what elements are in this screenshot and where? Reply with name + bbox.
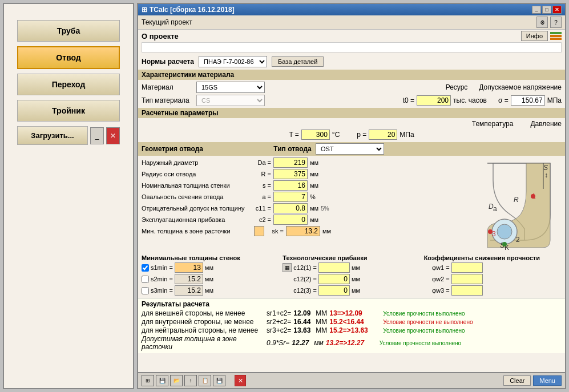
sigma-input[interactable] [511,95,545,106]
geom-val-2[interactable] [273,180,308,191]
result-desc-1: для внутренней стороны, не менее [142,318,264,326]
p-label: p = [357,131,366,139]
fw1-input[interactable] [451,262,483,273]
s1min-input[interactable] [175,262,203,273]
geom-unit-0: мм [310,159,318,166]
minimize-win-btn[interactable]: _ [532,6,541,14]
geom-label-2: Номинальная толщина стенки [142,182,253,189]
press-label: Давление [530,120,562,128]
fw2-input[interactable] [451,274,483,284]
result-unit-3: мм [314,339,323,347]
nav-troynik[interactable]: Тройник [17,100,120,122]
geom-var-3: a = [253,193,271,200]
info-button[interactable]: Инфо [521,31,548,41]
toolbar-icon-2[interactable]: 💾 [156,375,168,386]
svg-text:a: a [493,205,497,213]
geom-note-4: 5% [321,205,329,212]
s1min-check[interactable] [142,264,149,272]
geom-var-2: s = [253,182,271,189]
db-button[interactable]: База деталей [272,56,324,67]
result-cond-2: 15.2=>13.63 [329,326,381,334]
result-desc-0: для внешней стороны, не менее [142,309,264,317]
c12-2-var: c12(2) = [293,276,317,282]
s3min-unit: мм [205,287,213,294]
geom-label-3: Овальность сечения отвода [142,193,253,200]
geom-val-1[interactable] [273,169,308,179]
result-calc-3: 12.27 [292,339,312,347]
fw3-var: φw3 = [424,287,450,294]
result-calc-2: 13.63 [293,326,313,334]
toolbar-icon-4[interactable]: ↑ [184,375,197,386]
geom-val-6[interactable] [286,226,320,236]
lines-icon[interactable] [550,32,562,40]
geom-label-0: Наружный диаметр [142,159,253,166]
geom-var-6: sk = [265,228,284,235]
yellow-box-icon[interactable] [254,226,264,236]
result-calc-1: 16.44 [293,318,313,326]
close-win-btn[interactable]: ✕ [552,6,562,14]
geom-val-5[interactable] [273,215,308,225]
toolbar: Текущий проект ⚙ ? [138,15,565,30]
close-left-button[interactable]: ✕ [106,127,120,144]
type-select-geom[interactable]: OST [316,143,384,155]
geom-val-4[interactable] [273,203,308,213]
geom-val-0[interactable] [273,157,308,168]
gear-icon[interactable]: ⚙ [536,17,548,28]
geom-val-3[interactable] [273,192,308,202]
result-calc-0: 12.09 [293,309,313,317]
stop-icon[interactable]: ✕ [235,375,246,386]
main-window: ⊞ TCalc [сборка 16.12.2018] _ □ ✕ Текущи… [137,3,566,389]
s2min-unit: мм [205,276,213,282]
minimize-button[interactable]: _ [90,127,104,144]
min-thick-title: Минимальные толщины стенок [142,254,279,261]
nav-perekhod[interactable]: Переход [17,74,120,95]
nav-otvod[interactable]: Отвод [17,46,120,69]
normy-label: Нормы расчета [142,58,194,66]
bend-diagram: S R 1 2 3 D a S K ↕ [459,157,559,252]
s2min-check[interactable] [142,276,149,283]
normy-select[interactable]: ПНАЭ Г-7-002-86 [199,56,267,67]
result-cond-0: 13=>12.09 [329,309,381,317]
result-desc-2: для нейтральной стороны, не менее [142,326,264,334]
fw3-input[interactable] [451,285,483,296]
toolbar-icon-1[interactable]: ⊞ [142,375,154,386]
p-input[interactable] [369,130,397,140]
s3min-check[interactable] [142,287,149,294]
result-status-2: Условие прочности выполнено [383,328,465,334]
result-formula-0: sr1+c2= [267,309,291,317]
nav-truba[interactable]: Труба [17,20,120,42]
load-button[interactable]: Загрузить... [17,126,88,145]
geom-label-6: Мин. толщина в зоне расточки [142,228,253,235]
results-section: Результаты расчета для внешней стороны, … [138,298,565,353]
svg-text:↕: ↕ [544,171,548,179]
p-unit: МПа [399,131,414,139]
c12-3-input[interactable] [318,285,350,296]
c12-2-input[interactable] [318,274,350,284]
type-label: Тип материала [142,96,193,104]
geom-label-4: Отрицательный допуск на толщину [142,205,253,212]
geometry-rows: Наружный диаметр Da = мм Радиус оси отво… [142,157,456,252]
clear-button[interactable]: Clear [503,375,531,386]
toolbar-icon-3[interactable]: 📂 [170,375,183,386]
c12-1-icon[interactable]: ▦ [283,263,292,272]
menu-button[interactable]: Menu [533,375,562,386]
c12-1-input[interactable] [318,262,350,273]
c12-2-unit: мм [352,276,360,282]
results-title: Результаты расчета [142,300,562,308]
calc-params-section: Температура Давление [138,118,565,130]
toolbar-icon-5[interactable]: 📋 [199,375,211,386]
t0-input[interactable] [417,95,451,106]
T-input[interactable] [301,130,330,140]
help-icon[interactable]: ? [550,17,562,28]
svg-text:3: 3 [492,230,496,238]
maximize-win-btn[interactable]: □ [542,6,551,14]
result-formula-1: sr2+c2= [267,318,291,326]
material-header: Характеристики материала [138,70,565,80]
geom-unit-6: мм [322,228,331,235]
material-select[interactable]: 15GS [196,82,265,93]
toolbar-icon-6[interactable]: 💾 [213,375,225,386]
result-unit-1: ММ [316,318,327,326]
geom-var-0: Da = [253,159,271,166]
window-icon: ⊞ [142,6,147,14]
stress-label: Допускаемое напряжение [479,83,562,91]
